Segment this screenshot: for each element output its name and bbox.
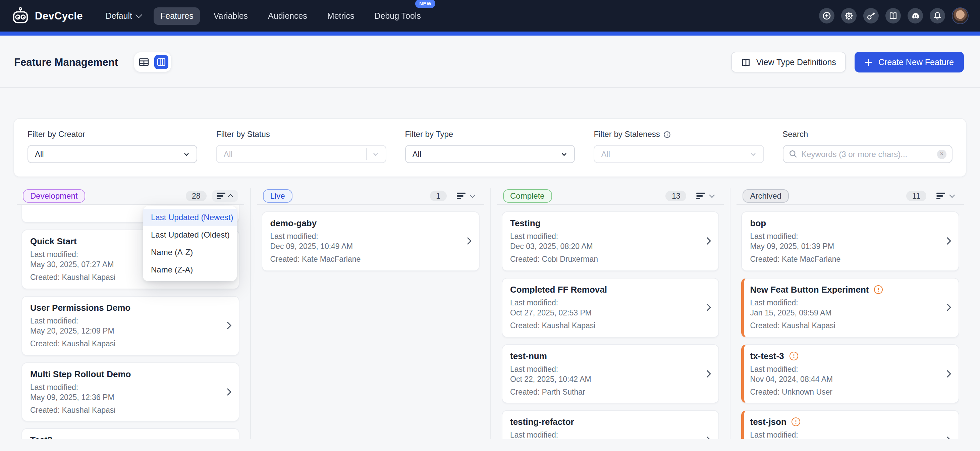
feature-card[interactable]: User Permissions Demo Last modified: May… — [21, 296, 239, 356]
feature-board: Development 28 Last Updated (Newest) Las… — [17, 188, 964, 439]
board-view-button[interactable] — [154, 55, 169, 69]
new-badge: NEW — [415, 0, 436, 8]
filter-type: Filter by Type All — [405, 129, 575, 163]
feature-name: New Feat Button Experiment — [750, 285, 869, 295]
nav-item-variables[interactable]: Variables — [207, 7, 255, 24]
stale-warning-icon — [792, 418, 800, 427]
view-toggle — [134, 53, 171, 72]
discord-icon — [911, 11, 920, 21]
search-label: Search — [783, 129, 953, 139]
last-modified-label: Last modified: — [510, 364, 698, 374]
nav-item-audiences[interactable]: Audiences — [261, 7, 314, 24]
view-type-definitions-button[interactable]: View Type Definitions — [732, 52, 846, 72]
feature-name: tx-test-3 — [750, 351, 784, 361]
api-keys-button[interactable] — [863, 8, 879, 24]
key-icon — [867, 11, 875, 20]
filter-search: Search × — [783, 129, 953, 163]
feature-card[interactable]: Multi Step Rollout Demo Last modified: M… — [21, 362, 239, 422]
feature-card[interactable]: test-num Last modified: Oct 22, 2025, 10… — [501, 344, 719, 404]
last-modified-label: Last modified: — [750, 430, 939, 439]
feature-management-page: DevCycle Default Features Variables Audi… — [0, 0, 980, 451]
status-badge: Complete — [503, 189, 552, 203]
last-modified-date: Oct 22, 2025, 10:42 AM — [510, 374, 698, 384]
kanban-view-icon — [157, 58, 166, 67]
chevron-down-icon — [749, 151, 756, 158]
last-modified-label: Last modified: — [510, 231, 698, 242]
status-badge: Development — [23, 189, 85, 203]
created-by: Created: Kaushal Kapasi — [30, 339, 219, 349]
nav-item-metrics[interactable]: Metrics — [321, 7, 361, 24]
stale-warning-icon — [874, 285, 883, 294]
filter-staleness-select[interactable]: All — [593, 145, 764, 163]
sort-button[interactable] — [212, 190, 238, 202]
feature-card[interactable]: Testing Last modified: Dec 03, 2025, 08:… — [501, 211, 719, 271]
table-view-button[interactable] — [137, 55, 151, 69]
created-by: Created: Kaushal Kapasi — [30, 405, 219, 415]
sort-option-name-za[interactable]: Name (Z-A) — [143, 261, 237, 279]
feature-name: Completed FF Removal — [510, 285, 698, 295]
page-title: Feature Management — [14, 56, 118, 68]
feature-name: Multi Step Rollout Demo — [30, 369, 219, 379]
filter-staleness: Filter by Staleness All — [593, 129, 764, 163]
column-development: Development 28 Last Updated (Newest) Las… — [17, 188, 244, 439]
notifications-button[interactable] — [930, 8, 945, 24]
feature-card-stale[interactable]: New Feat Button Experiment Last modified… — [741, 278, 959, 338]
search-input[interactable] — [801, 149, 933, 159]
search-box: × — [783, 145, 953, 163]
created-by: Created: Unknown User — [750, 387, 939, 397]
chevron-right-icon — [227, 388, 231, 396]
chevron-right-icon — [227, 322, 231, 330]
chevron-down-icon — [469, 192, 475, 198]
chevron-right-icon — [947, 237, 951, 245]
sort-option-oldest[interactable]: Last Updated (Oldest) — [143, 226, 237, 244]
filter-creator-select[interactable]: All — [27, 145, 197, 163]
chevron-down-icon — [949, 192, 955, 198]
accent-bar — [0, 32, 980, 35]
created-by: Created: Kate MacFarlane — [270, 254, 459, 265]
user-avatar[interactable] — [952, 7, 969, 24]
devcycle-logo[interactable]: DevCycle — [11, 7, 83, 25]
chevron-up-icon — [228, 194, 233, 200]
nav-item-debug-tools[interactable]: Debug Tools NEW — [368, 7, 428, 24]
create-new-feature-button[interactable]: Create New Feature — [855, 52, 964, 72]
top-nav: DevCycle Default Features Variables Audi… — [0, 0, 980, 32]
feature-name: Testing — [510, 218, 698, 228]
chevron-down-icon — [372, 151, 379, 158]
sort-button[interactable] — [692, 190, 718, 202]
feature-card[interactable]: Completed FF Removal Last modified: Oct … — [501, 278, 719, 338]
feature-card[interactable]: testing-refactor Last modified: May 22, … — [501, 410, 719, 439]
project-switcher[interactable]: Default — [99, 7, 147, 24]
feature-card-stale[interactable]: tx-test-3 Last modified: Nov 04, 2024, 0… — [741, 344, 959, 404]
filter-status-select[interactable]: All — [216, 145, 387, 163]
chevron-right-icon — [947, 370, 951, 378]
add-new-button[interactable] — [819, 8, 834, 24]
feature-card[interactable]: bop Last modified: May 09, 2025, 01:39 P… — [741, 211, 959, 271]
feature-card[interactable]: Test2 Last modified: Nov 26, 2024, 08:13… — [21, 429, 239, 439]
column-live-header: Live 1 — [262, 188, 480, 204]
plus-circle-icon — [822, 11, 831, 20]
filter-type-select[interactable]: All — [405, 145, 575, 163]
chevron-right-icon — [707, 303, 711, 311]
sort-button[interactable] — [452, 190, 478, 202]
filter-creator: Filter by Creator All — [27, 129, 197, 163]
sort-option-newest[interactable]: Last Updated (Newest) — [143, 209, 237, 226]
sort-icon — [936, 193, 945, 199]
header-actions: View Type Definitions Create New Feature — [732, 52, 964, 72]
sort-button[interactable] — [932, 190, 958, 202]
search-icon — [789, 150, 797, 158]
nav-item-features[interactable]: Features — [154, 7, 200, 24]
settings-button[interactable] — [841, 8, 857, 24]
filter-status: Filter by Status All — [216, 129, 387, 163]
discord-button[interactable] — [908, 8, 923, 24]
clear-search-icon[interactable]: × — [937, 149, 947, 159]
created-by: Created: Kaushal Kapasi — [510, 320, 698, 330]
last-modified-date: May 20, 2025, 12:09 PM — [30, 326, 219, 336]
chevron-right-icon — [707, 237, 711, 245]
docs-button[interactable] — [885, 8, 901, 24]
feature-card-stale[interactable]: test-json Last modified: Nov 04, 2024, 0… — [741, 410, 959, 439]
feature-name: bop — [750, 218, 939, 228]
feature-card[interactable]: demo-gaby Last modified: Dec 09, 2025, 1… — [262, 211, 480, 271]
chevron-right-icon — [707, 436, 711, 439]
status-badge: Archived — [743, 189, 789, 203]
sort-option-name-az[interactable]: Name (A-Z) — [143, 244, 237, 261]
